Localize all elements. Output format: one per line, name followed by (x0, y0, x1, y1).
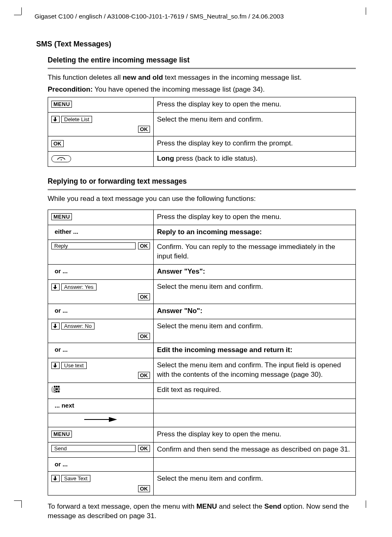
table-row: Use textOKSelect the menu item and confi… (48, 358, 356, 383)
desc-cell: Confirm. You can reply to the message im… (154, 240, 356, 265)
text: This function deletes all (48, 74, 122, 81)
text: To forward a text message, open the menu… (48, 502, 196, 510)
table-row: MENUPress the display key to open the me… (48, 97, 356, 112)
table-row: Long press (back to idle status). (48, 152, 356, 167)
table-row (48, 413, 356, 427)
down-arrow-icon (51, 475, 60, 482)
desc-cell (154, 399, 356, 413)
flow-label: or ... (51, 346, 68, 353)
key-cell: SendOK (48, 442, 154, 457)
desc-cell: Press the display key to open the menu. (154, 97, 356, 112)
crop-mark (366, 500, 366, 508)
table-row: MENUPress the display key to open the me… (48, 427, 356, 442)
flow-label: either ... (51, 228, 78, 235)
steps-table-delete: MENUPress the display key to open the me… (48, 97, 356, 167)
key-cell (48, 152, 154, 167)
divider (48, 189, 356, 190)
table-row: either ...Reply to an incoming message: (48, 225, 356, 240)
key-cell: either ... (48, 225, 154, 240)
table-row: Answer: NoOKSelect the menu item and con… (48, 319, 356, 343)
ok-key: OK (138, 242, 150, 249)
svg-rect-9 (58, 391, 60, 392)
flow-label: or ... (51, 461, 68, 468)
ok-key: OK (138, 372, 150, 379)
ok-key: OK (138, 445, 150, 452)
outro-forward: To forward a text message, open the menu… (48, 502, 356, 521)
ok-key: OK (138, 333, 150, 340)
desc-cell (154, 457, 356, 471)
desc-cell: Answer "No": (154, 304, 356, 319)
table-row: ... next (48, 399, 356, 413)
key-cell: Save TextOK (48, 471, 154, 496)
menu-key: MENU (51, 213, 72, 220)
flow-label: ... next (51, 402, 74, 409)
key-cell (48, 413, 154, 427)
desc-cell: Select the menu item and confirm. (154, 112, 356, 136)
ok-key: OK (138, 293, 150, 300)
svg-rect-6 (58, 388, 60, 390)
intro-delete: This function deletes all new and old te… (48, 73, 356, 83)
svg-marker-10 (84, 417, 117, 422)
desc-cell: Select the menu item and confirm. (154, 319, 356, 343)
svg-rect-1 (54, 386, 55, 387)
svg-rect-3 (58, 386, 60, 387)
desc-cell: Answer "Yes": (154, 265, 356, 280)
menu-item-key: Delete List (61, 116, 92, 123)
menu-item-label: Send (51, 445, 136, 452)
key-cell: or ... (48, 265, 154, 280)
menu-item-wide: ReplyOK (51, 242, 150, 249)
text: You have opened the incoming message lis… (93, 85, 265, 93)
desc-cell: Edit the incoming message and return it: (154, 343, 356, 358)
steps-table-reply: MENUPress the display key to open the me… (48, 210, 356, 496)
crop-mark (21, 500, 22, 508)
crop-mark (14, 500, 21, 501)
desc-cell: Reply to an incoming message: (154, 225, 356, 240)
text: Precondition: (48, 85, 93, 93)
key-cell: Use textOK (48, 358, 154, 383)
text: MENU (196, 502, 217, 510)
content: SMS (Text Messages) Deleting the entire … (36, 39, 356, 521)
text: text messages in the incoming message li… (163, 74, 302, 81)
crop-mark (14, 15, 21, 15)
menu-key: MENU (51, 431, 72, 438)
ok-key: OK (138, 126, 150, 133)
menu-item-label: Reply (51, 242, 136, 249)
table-row: or ...Edit the incoming message and retu… (48, 343, 356, 358)
header-path: Gigaset C100 / englisch / A31008-C100-J1… (35, 12, 359, 21)
down-arrow-icon (51, 116, 60, 123)
desc-cell: Select the menu item and confirm. The in… (154, 358, 356, 383)
continue-arrow-icon (51, 416, 150, 424)
desc-cell: Press the display key to open the menu. (154, 427, 356, 442)
desc-cell (154, 413, 356, 427)
text: new and old (122, 74, 163, 81)
text: and select the (217, 502, 264, 510)
key-cell: Delete ListOK (48, 112, 154, 136)
key-cell: or ... (48, 457, 154, 471)
table-row: Delete ListOKSelect the menu item and co… (48, 112, 356, 136)
page: Gigaset C100 / englisch / A31008-C100-J1… (0, 0, 392, 537)
table-row: Answer: YesOKSelect the menu item and co… (48, 280, 356, 304)
table-row: OKPress the display key to confirm the p… (48, 136, 356, 152)
desc-cell: Confirm and then send the message as des… (154, 442, 356, 457)
desc-cell: Select the menu item and confirm. (154, 471, 356, 496)
key-cell: MENU (48, 97, 154, 112)
crop-mark (366, 7, 366, 15)
table-row: MENUPress the display key to open the me… (48, 210, 356, 225)
desc-cell: Long press (back to idle status). (154, 152, 356, 167)
menu-item-key: Answer: Yes (61, 283, 97, 290)
table-row: Save TextOKSelect the menu item and conf… (48, 471, 356, 496)
key-cell: OK (48, 136, 154, 152)
desc-cell: Edit text as required. (154, 383, 356, 399)
svg-rect-8 (56, 391, 58, 392)
flow-label: or ... (51, 267, 68, 274)
svg-rect-2 (56, 386, 58, 387)
key-cell (48, 383, 154, 399)
key-cell: MENU (48, 427, 154, 442)
keypad-icon (51, 385, 60, 396)
divider (48, 68, 356, 69)
down-arrow-icon (51, 323, 60, 330)
section-title: SMS (Text Messages) (36, 39, 356, 49)
key-cell: or ... (48, 304, 154, 319)
key-cell: MENU (48, 210, 154, 225)
table-row: ReplyOKConfirm. You can reply to the mes… (48, 240, 356, 265)
